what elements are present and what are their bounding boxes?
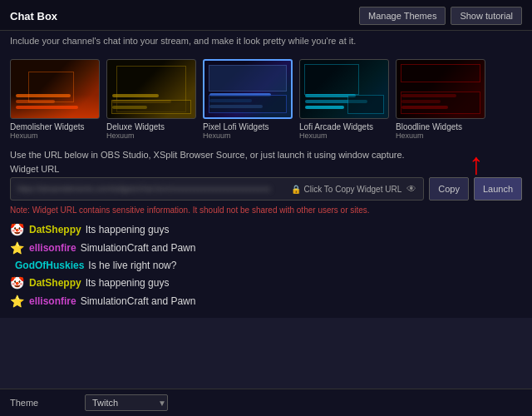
manage-themes-button[interactable]: Manage Themes [359, 7, 446, 25]
theme-bottom-bar: Theme Twitch YouTube Facebook Custom ▼ [0, 389, 532, 416]
theme-brand-arcade: Hexuum [299, 131, 389, 140]
theme-card-arcade[interactable]: Lofi Arcade Widgets Hexuum [299, 59, 389, 140]
theme-thumbnail-pixel [203, 59, 293, 119]
header-buttons: Manage Themes Show tutorial [359, 7, 522, 25]
page-title: Chat Box [10, 10, 57, 22]
theme-select[interactable]: Twitch YouTube Facebook Custom [85, 394, 168, 411]
chat-message-5: SimulationCraft and Pawn [81, 295, 196, 307]
theme-name-deluxe: Deluxe Widgets [106, 122, 196, 131]
copy-button[interactable]: Copy [429, 177, 469, 201]
chat-message-1: Its happening guys [86, 224, 170, 235]
widget-url-label: Widget URL [10, 164, 59, 174]
chat-line-2: ⭐ ellisonfire SimulationCraft and Pawn [10, 241, 522, 255]
url-note: Note: Widget URL contains sensitive info… [0, 204, 532, 218]
chat-section: 🤡 DatSheppy Its happening guys ⭐ ellison… [0, 218, 532, 318]
chat-username-3: GodOfHuskies [15, 260, 84, 271]
theme-select-wrapper: Twitch YouTube Facebook Custom ▼ [85, 394, 166, 411]
subtitle-text: Include your channel's chat into your st… [0, 31, 532, 51]
theme-card-bloodline[interactable]: Bloodline Widgets Hexuum [396, 59, 485, 140]
chat-username-2: ellisonfire [29, 242, 76, 254]
theme-brand-deluxe: Hexuum [106, 131, 196, 140]
chat-avatar-1: 🤡 [10, 223, 24, 236]
show-tutorial-button[interactable]: Show tutorial [451, 7, 522, 25]
theme-name-demolisher: Demolisher Widgets [10, 122, 100, 131]
chat-username-5: ellisonfire [29, 295, 76, 307]
chat-line-1: 🤡 DatSheppy Its happening guys [10, 223, 522, 236]
theme-card-demolisher[interactable]: Demolisher Widgets Hexuum [10, 59, 100, 140]
chat-avatar-2: ⭐ [10, 241, 24, 255]
copy-url-label[interactable]: 🔒 Click To Copy Widget URL [291, 185, 402, 194]
chat-line-3: GodOfHuskies Is he live right now? [10, 260, 522, 271]
lock-icon: 🔒 [291, 185, 301, 194]
chat-username-1: DatSheppy [29, 224, 81, 235]
theme-brand-bloodline: Hexuum [396, 131, 485, 140]
theme-thumbnail-deluxe [106, 59, 196, 119]
chat-username-4: DatSheppy [29, 277, 81, 289]
theme-label: Theme [10, 398, 76, 408]
theme-thumbnail-demolisher [10, 59, 100, 119]
url-row: https://streamelements.com/widgets/chat-… [0, 174, 532, 204]
chat-avatar-5: ⭐ [10, 295, 24, 308]
theme-brand-pixel: Hexuum [203, 131, 293, 140]
launch-button[interactable]: Launch [474, 177, 522, 201]
theme-thumbnail-arcade [299, 59, 389, 119]
theme-name-pixel: Pixel Lofi Widgets [203, 122, 293, 131]
theme-card-pixel[interactable]: Pixel Lofi Widgets Hexuum [203, 59, 293, 140]
chat-line-5: ⭐ ellisonfire SimulationCraft and Pawn [10, 295, 522, 308]
theme-thumbnail-bloodline [396, 59, 485, 119]
eye-icon[interactable]: 👁 [406, 183, 416, 195]
url-input-wrapper: https://streamelements.com/widgets/chat-… [10, 177, 424, 201]
chat-message-4: Its happening guys [86, 277, 170, 289]
chat-message-2: SimulationCraft and Pawn [81, 242, 196, 254]
chat-avatar-4: 🤡 [10, 276, 24, 290]
themes-row: Demolisher Widgets Hexuum Deluxe Widgets… [0, 51, 532, 148]
theme-name-arcade: Lofi Arcade Widgets [299, 122, 389, 131]
header: Chat Box Manage Themes Show tutorial [0, 0, 532, 31]
chat-message-3: Is he live right now? [88, 260, 176, 271]
url-info-text: Use the URL below in OBS Studio, XSplit … [0, 148, 532, 161]
theme-card-deluxe[interactable]: Deluxe Widgets Hexuum [106, 59, 196, 140]
theme-brand-demolisher: Hexuum [10, 131, 100, 140]
copy-url-text: Click To Copy Widget URL [304, 185, 402, 194]
theme-name-bloodline: Bloodline Widgets [396, 122, 485, 131]
url-blurred-text: https://streamelements.com/widgets/chat-… [17, 185, 291, 193]
chat-line-4: 🤡 DatSheppy Its happening guys [10, 276, 522, 290]
